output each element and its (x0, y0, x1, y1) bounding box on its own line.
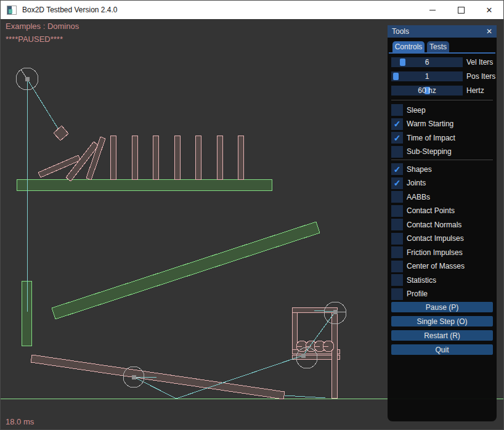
upright-domino (217, 136, 222, 179)
tools-panel-header[interactable]: Tools ✕ (388, 25, 497, 38)
checkbox-contact-points[interactable]: Contact Points (391, 205, 493, 217)
checkbox-unchecked[interactable] (391, 146, 403, 158)
frame-left-post (292, 312, 297, 349)
domino-platform (17, 179, 272, 190)
slider-label: Hertz (466, 86, 484, 95)
checkbox-checked[interactable]: ✓ (391, 118, 403, 130)
slider-vel-iters[interactable]: 6Vel Iters (391, 57, 493, 67)
window-title: Box2D Testbed Version 2.4.0 (22, 6, 118, 14)
draw-checkbox-group: ✓Shapes✓JointsAABBsContact PointsContact… (391, 163, 493, 300)
close-icon: ✕ (486, 6, 493, 14)
upright-domino (195, 136, 201, 179)
titlebar: Box2D Testbed Version 2.4.0 ✕ (1, 1, 503, 19)
paused-label: ****PAUSED**** (6, 34, 63, 44)
example-label: Examples : Dominos (6, 22, 79, 31)
maximize-button[interactable] (447, 1, 475, 19)
checkbox-profile[interactable]: Profile (391, 288, 493, 300)
checkbox-label: AABBs (407, 193, 430, 201)
checkbox-joints[interactable]: ✓Joints (391, 177, 493, 189)
slider-track[interactable]: 6 (391, 57, 463, 67)
tab-controls[interactable]: Controls (392, 41, 425, 52)
tools-close-icon[interactable]: ✕ (486, 27, 492, 36)
checkbox-checked[interactable]: ✓ (391, 132, 403, 144)
checkbox-label: Contact Normals (407, 221, 461, 229)
frame-time-label: 18.0 ms (6, 417, 34, 426)
app-icon-part (9, 9, 12, 14)
center-marker (301, 354, 306, 358)
button-single-step-o[interactable]: Single Step (O) (391, 316, 493, 327)
slider-label: Vel Iters (466, 58, 493, 67)
checkbox-label: Contact Impulses (407, 234, 464, 243)
button-section: Pause (P)Single Step (O)Restart (R)Quit (391, 302, 493, 355)
checkbox-unchecked[interactable] (391, 104, 403, 116)
checkbox-unchecked[interactable] (391, 219, 403, 230)
slider-value: 6 (391, 57, 463, 67)
checkbox-unchecked[interactable] (391, 274, 403, 286)
checkbox-checked[interactable]: ✓ (391, 163, 403, 175)
see-saw-plank (31, 355, 285, 399)
checkbox-center-of-masses[interactable]: Center of Masses (391, 261, 493, 272)
slider-value: 60 hz (391, 86, 463, 95)
separator (391, 100, 493, 100)
tilted-beam (52, 222, 320, 319)
checkbox-warm-starting[interactable]: ✓Warm Starting (391, 118, 493, 130)
checkbox-sleep[interactable]: Sleep (391, 104, 493, 116)
checkbox-label: Profile (407, 290, 428, 298)
checkbox-sub-stepping[interactable]: Sub-Stepping (391, 146, 493, 158)
button-pause-p[interactable]: Pause (P) (391, 302, 493, 312)
checkbox-unchecked[interactable] (391, 288, 403, 300)
checkbox-time-of-impact[interactable]: ✓Time of Impact (391, 132, 493, 144)
frame-right-post (331, 312, 337, 398)
checkbox-label: Contact Points (407, 206, 455, 215)
checkbox-label: Shapes (407, 165, 432, 174)
button-quit[interactable]: Quit (391, 344, 493, 355)
tools-panel: Tools ✕ Controls Tests 6Vel Iters1Pos It… (388, 25, 497, 421)
checkbox-friction-impulses[interactable]: Friction Impulses (391, 246, 493, 258)
app-window: Box2D Testbed Version 2.4.0 ✕ (0, 0, 504, 430)
slider-track[interactable]: 1 (391, 71, 463, 81)
maximize-icon (458, 7, 465, 14)
center-marker (132, 375, 136, 379)
slider-value: 1 (391, 71, 463, 81)
checkbox-unchecked[interactable] (391, 191, 403, 203)
checkbox-label: Friction Impulses (407, 248, 463, 257)
tab-tests[interactable]: Tests (427, 41, 449, 52)
checkbox-unchecked[interactable] (391, 246, 403, 258)
checkbox-unchecked[interactable] (391, 261, 403, 272)
upright-domino (132, 136, 137, 179)
checkbox-label: Center of Masses (407, 262, 465, 270)
pulley-rope-diagonal (27, 79, 59, 129)
checkbox-label: Time of Impact (407, 134, 455, 142)
slider-pos-iters[interactable]: 1Pos Iters (391, 71, 493, 81)
checkbox-label: Sub-Stepping (407, 147, 452, 156)
upright-domino (110, 136, 116, 179)
close-button[interactable]: ✕ (475, 1, 503, 19)
center-marker (25, 77, 30, 81)
separator (391, 160, 493, 160)
checkbox-label: Warm Starting (407, 120, 453, 128)
rope-on-ground (285, 396, 325, 398)
checkbox-statistics[interactable]: Statistics (391, 274, 493, 286)
checkbox-aabbs[interactable]: AABBs (391, 191, 493, 203)
checkbox-contact-impulses[interactable]: Contact Impulses (391, 233, 493, 245)
slider-section: 6Vel Iters1Pos Iters60 hzHertz (391, 57, 493, 95)
minimize-icon (429, 10, 436, 10)
slider-track[interactable]: 60 hz (391, 86, 463, 95)
checkbox-label: Statistics (407, 276, 436, 285)
minimize-button[interactable] (418, 1, 447, 19)
tools-panel-title: Tools (392, 27, 409, 36)
upright-domino (238, 136, 243, 179)
button-restart-r[interactable]: Restart (R) (391, 330, 493, 341)
app-icon (7, 6, 17, 15)
checkbox-contact-normals[interactable]: Contact Normals (391, 219, 493, 230)
slider-hertz[interactable]: 60 hzHertz (391, 86, 493, 95)
hanging-column (22, 281, 31, 346)
center-markers (25, 77, 338, 379)
checkbox-shapes[interactable]: ✓Shapes (391, 163, 493, 175)
slider-label: Pos Iters (466, 72, 495, 81)
checkbox-checked[interactable]: ✓ (391, 177, 403, 189)
static-bodies (17, 179, 320, 346)
checkbox-unchecked[interactable] (391, 205, 403, 217)
upright-domino (174, 136, 180, 179)
checkbox-unchecked[interactable] (391, 233, 403, 245)
